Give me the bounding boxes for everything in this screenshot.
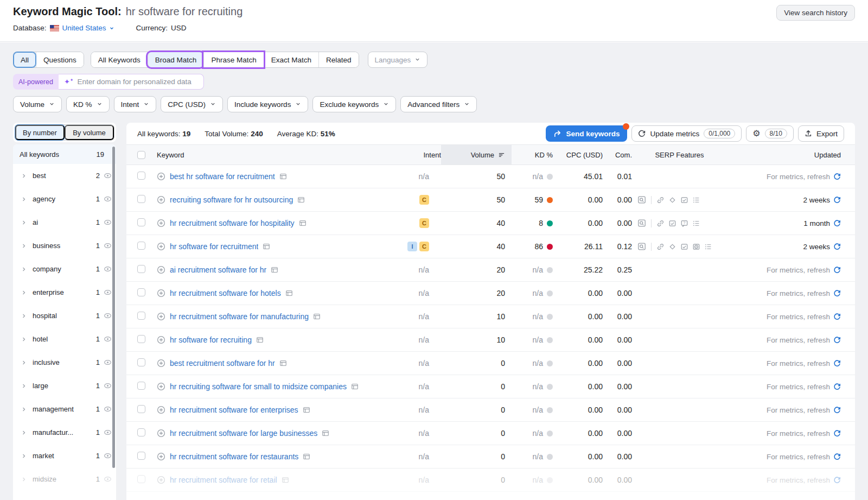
serp-preview-icon[interactable] — [271, 266, 278, 274]
image-pack-icon[interactable] — [680, 243, 688, 251]
export-button[interactable]: Export — [798, 125, 844, 142]
row-checkbox[interactable] — [137, 335, 145, 343]
view-search-history-button[interactable]: View search history — [776, 5, 855, 21]
col-updated[interactable]: Updated — [727, 145, 841, 164]
eye-icon[interactable] — [104, 475, 112, 483]
add-keyword-icon[interactable] — [157, 195, 165, 204]
refresh-icon[interactable] — [833, 313, 841, 320]
row-checkbox[interactable] — [137, 288, 145, 296]
serp-preview-icon[interactable] — [285, 289, 293, 297]
sidebar-group-large[interactable]: large 1 — [13, 374, 116, 397]
refresh-icon[interactable] — [833, 266, 841, 274]
refresh-icon[interactable] — [833, 476, 841, 484]
keyword-link[interactable]: best hr software for recruitment — [170, 172, 275, 181]
sidebar-group-business[interactable]: business 1 — [13, 234, 116, 257]
select-all-checkbox[interactable] — [137, 151, 145, 159]
send-keywords-button[interactable]: Send keywords — [546, 125, 627, 142]
col-cpc[interactable]: CPC (USD) — [553, 145, 603, 164]
filter-volume[interactable]: Volume — [13, 96, 62, 112]
eye-icon[interactable] — [104, 428, 112, 436]
serp-preview-icon[interactable] — [351, 383, 359, 390]
eye-icon[interactable] — [104, 382, 112, 390]
serp-preview-icon[interactable] — [322, 429, 329, 437]
row-checkbox[interactable] — [137, 172, 145, 180]
row-checkbox[interactable] — [137, 265, 145, 273]
keyword-link[interactable]: recruiting software for hr outsourcing — [170, 195, 293, 204]
keyword-link[interactable]: hr recruitment software for manufacturin… — [170, 312, 309, 321]
refresh-icon[interactable] — [833, 383, 841, 390]
toggle-by-number[interactable]: By number — [15, 125, 65, 140]
row-checkbox[interactable] — [137, 475, 145, 483]
col-keyword[interactable]: Keyword — [157, 145, 389, 164]
col-intent[interactable]: Intent — [389, 145, 441, 164]
refresh-icon[interactable] — [833, 243, 841, 250]
filter-intent[interactable]: Intent — [114, 96, 157, 112]
eye-icon[interactable] — [104, 405, 112, 413]
settings-button[interactable]: ⚙ 8/10 — [746, 125, 794, 142]
tab-broad-match[interactable]: Broad Match — [148, 52, 204, 67]
filter-cpc-usd-[interactable]: CPC (USD) — [161, 96, 223, 112]
tab-all[interactable]: All — [14, 52, 36, 67]
add-keyword-icon[interactable] — [157, 359, 165, 368]
keyword-link[interactable]: hr recruiting software for small to mids… — [170, 382, 347, 391]
row-checkbox[interactable] — [137, 382, 145, 390]
image-pack-icon[interactable] — [680, 196, 688, 204]
eye-icon[interactable] — [104, 242, 112, 250]
sitelinks-icon[interactable] — [656, 196, 665, 204]
sidebar-group-inclusive[interactable]: inclusive 1 — [13, 351, 116, 374]
row-checkbox[interactable] — [137, 312, 145, 320]
sidebar-scrollbar[interactable] — [112, 147, 115, 468]
row-checkbox[interactable] — [137, 358, 145, 366]
add-keyword-icon[interactable] — [157, 289, 165, 298]
sidebar-group-ai[interactable]: ai 1 — [13, 211, 116, 234]
add-keyword-icon[interactable] — [157, 452, 165, 461]
eye-icon[interactable] — [104, 218, 112, 226]
eye-icon[interactable] — [104, 195, 112, 203]
refresh-icon[interactable] — [833, 196, 841, 204]
keyword-link[interactable]: hr recruitment software for hotels — [170, 289, 281, 298]
sidebar-group-midsize[interactable]: midsize 1 — [13, 467, 116, 491]
serp-preview-icon[interactable] — [256, 336, 264, 344]
add-keyword-icon[interactable] — [157, 406, 165, 414]
keyword-link[interactable]: hr recruitment software for retail — [170, 476, 277, 484]
serp-preview-icon[interactable] — [297, 196, 305, 204]
tab-exact-match[interactable]: Exact Match — [264, 52, 318, 67]
sidebar-group-best[interactable]: best 2 — [13, 164, 116, 187]
people-also-ask-icon[interactable] — [692, 219, 700, 227]
col-serp-features[interactable]: SERP Features — [632, 145, 727, 164]
serp-preview-icon[interactable] — [279, 173, 287, 180]
keyword-link[interactable]: hr software for recruitment — [170, 242, 258, 251]
image-pack-icon[interactable] — [668, 219, 676, 227]
add-keyword-icon[interactable] — [157, 312, 165, 321]
refresh-icon[interactable] — [833, 289, 841, 297]
refresh-icon[interactable] — [833, 453, 841, 460]
row-checkbox[interactable] — [137, 218, 145, 226]
tab-all-keywords[interactable]: All Keywords — [91, 52, 148, 67]
col-com[interactable]: Com. — [603, 145, 632, 164]
eye-icon[interactable] — [104, 335, 112, 343]
serp-preview-icon[interactable] — [282, 476, 289, 484]
eye-icon[interactable] — [104, 265, 112, 273]
video-icon[interactable] — [692, 243, 700, 251]
serp-preview-icon[interactable] — [313, 313, 321, 320]
domain-input[interactable] — [78, 78, 198, 86]
sidebar-group-manufactur[interactable]: manufactur... 1 — [13, 421, 116, 444]
languages-dropdown[interactable]: Languages — [368, 52, 428, 68]
sidebar-group-hospital[interactable]: hospital 1 — [13, 304, 116, 327]
keyword-link[interactable]: hr recruitment software for enterprises — [170, 406, 298, 414]
refresh-icon[interactable] — [833, 173, 841, 180]
row-checkbox[interactable] — [137, 405, 145, 413]
col-kd[interactable]: KD % — [512, 145, 553, 164]
sitelinks-icon[interactable] — [656, 243, 665, 251]
eye-icon[interactable] — [104, 312, 112, 320]
filter-exclude-keywords[interactable]: Exclude keywords — [312, 96, 396, 112]
keyword-link[interactable]: ai recruitment software for hr — [170, 265, 266, 274]
serp-preview-feature-icon[interactable] — [637, 195, 646, 204]
serp-preview-icon[interactable] — [299, 219, 307, 227]
ads-icon[interactable] — [668, 196, 676, 204]
ads-icon[interactable] — [668, 243, 676, 251]
people-also-ask-icon[interactable] — [692, 196, 700, 204]
refresh-icon[interactable] — [833, 359, 841, 367]
refresh-icon[interactable] — [833, 406, 841, 414]
keyword-link[interactable]: hr recruitment software for restaurants — [170, 452, 298, 461]
